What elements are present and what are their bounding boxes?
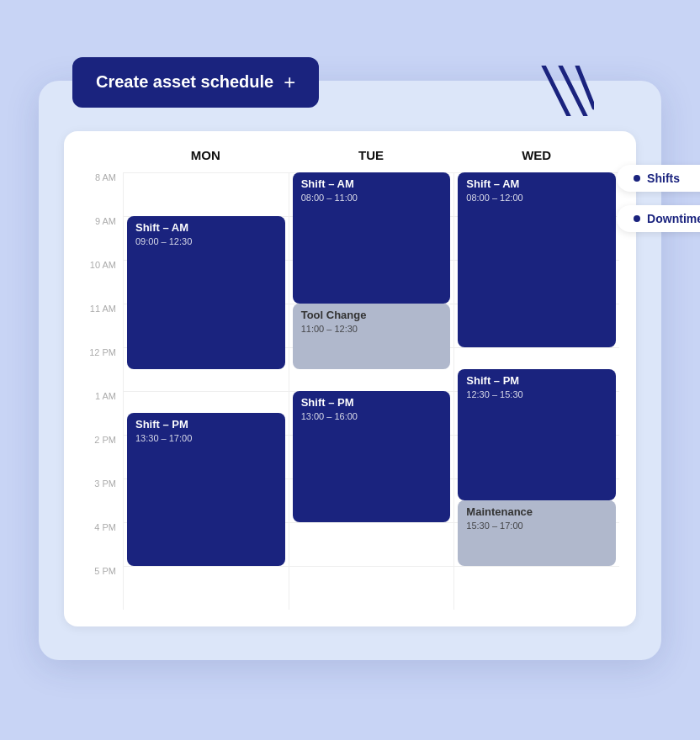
time-slot-3pm: 3 PM [72, 478, 123, 522]
tue-shift-am-block[interactable]: Shift – AM 08:00 – 11:00 [293, 172, 451, 304]
mon-shift-pm-time: 13:30 – 17:00 [135, 433, 277, 443]
col-header-tue: TUE [289, 148, 454, 172]
tue-tool-change-time: 11:00 – 12:30 [301, 324, 443, 334]
legend-shifts-label: Shifts [647, 172, 680, 185]
time-slot-12pm: 12 PM [72, 347, 123, 391]
tue-tool-change-block[interactable]: Tool Change 11:00 – 12:30 [293, 304, 451, 369]
time-slot-10am: 10 AM [72, 260, 123, 304]
day-column-wed: Shift – AM 08:00 – 12:00 Shift – PM 12:3… [453, 172, 619, 610]
mon-shift-pm-block[interactable]: Shift – PM 13:30 – 17:00 [127, 413, 285, 566]
legend-container: Shifts Downtime [617, 165, 700, 232]
wed-maintenance-block[interactable]: Maintenance 15:30 – 17:00 [458, 500, 616, 566]
time-slot-5pm: 5 PM [72, 566, 123, 610]
tue-shift-pm-block[interactable]: Shift – PM 13:00 – 16:00 [293, 391, 451, 522]
wed-shift-pm-title: Shift – PM [466, 374, 607, 387]
mon-shift-am-block[interactable]: Shift – AM 09:00 – 12:30 [127, 216, 285, 369]
wed-shift-am-title: Shift – AM [466, 177, 607, 190]
calendar-header: MON TUE WED [72, 148, 619, 172]
time-slot-4pm: 4 PM [72, 522, 123, 566]
shifts-dot-icon [634, 175, 640, 182]
tue-shift-pm-title: Shift – PM [301, 396, 443, 409]
time-slot-2pm: 2 PM [72, 435, 123, 478]
day-column-mon: Shift – AM 09:00 – 12:30 Shift – PM 13:3… [123, 172, 289, 610]
day-column-wed-inner: Shift – AM 08:00 – 12:00 Shift – PM 12:3… [454, 172, 619, 610]
legend-downtime: Downtime [617, 205, 700, 232]
tue-shift-pm-time: 13:00 – 16:00 [301, 411, 443, 421]
mon-shift-am-title: Shift – AM [135, 221, 277, 234]
time-slot-11am: 11 AM [72, 304, 123, 347]
wed-shift-pm-block[interactable]: Shift – PM 12:30 – 15:30 [458, 369, 616, 500]
wed-shift-am-time: 08:00 – 12:00 [466, 193, 607, 203]
tue-shift-am-time: 08:00 – 11:00 [301, 193, 443, 203]
time-header-spacer [72, 148, 123, 172]
time-slot-8am: 8 AM [72, 172, 123, 216]
main-card: Create asset schedule + Shifts Downtime … [39, 81, 661, 660]
downtime-dot-icon [634, 215, 640, 222]
deco-lines-icon [527, 66, 594, 116]
legend-downtime-label: Downtime [647, 212, 700, 225]
wed-maintenance-title: Maintenance [466, 505, 607, 518]
tue-tool-change-title: Tool Change [301, 309, 443, 321]
wed-maintenance-time: 15:30 – 17:00 [466, 521, 607, 531]
time-slot-1am: 1 AM [72, 391, 123, 435]
create-asset-schedule-button[interactable]: Create asset schedule + [72, 57, 319, 108]
calendar-body: 8 AM 9 AM 10 AM 11 AM 12 PM 1 AM 2 PM 3 … [72, 172, 619, 610]
wed-shift-am-block[interactable]: Shift – AM 08:00 – 12:00 [458, 172, 616, 347]
col-header-wed: WED [453, 148, 619, 172]
calendar-wrapper: MON TUE WED 8 AM 9 AM 10 AM 11 AM 12 PM … [72, 148, 619, 610]
mon-shift-pm-title: Shift – PM [135, 418, 277, 431]
col-header-mon: MON [123, 148, 289, 172]
legend-shifts: Shifts [617, 165, 700, 192]
mon-shift-am-time: 09:00 – 12:30 [135, 236, 277, 246]
create-button-plus-icon: + [284, 71, 295, 94]
wed-shift-pm-time: 12:30 – 15:30 [466, 389, 607, 399]
day-column-tue: Shift – AM 08:00 – 11:00 Tool Change 11:… [289, 172, 454, 610]
time-slot-9am: 9 AM [72, 216, 123, 260]
day-column-mon-inner: Shift – AM 09:00 – 12:30 Shift – PM 13:3… [124, 172, 289, 610]
day-column-tue-inner: Shift – AM 08:00 – 11:00 Tool Change 11:… [289, 172, 454, 610]
time-slots-column: 8 AM 9 AM 10 AM 11 AM 12 PM 1 AM 2 PM 3 … [72, 172, 123, 610]
create-button-label: Create asset schedule [96, 72, 273, 92]
tue-shift-am-title: Shift – AM [301, 177, 443, 190]
schedule-card: MON TUE WED 8 AM 9 AM 10 AM 11 AM 12 PM … [64, 131, 636, 626]
